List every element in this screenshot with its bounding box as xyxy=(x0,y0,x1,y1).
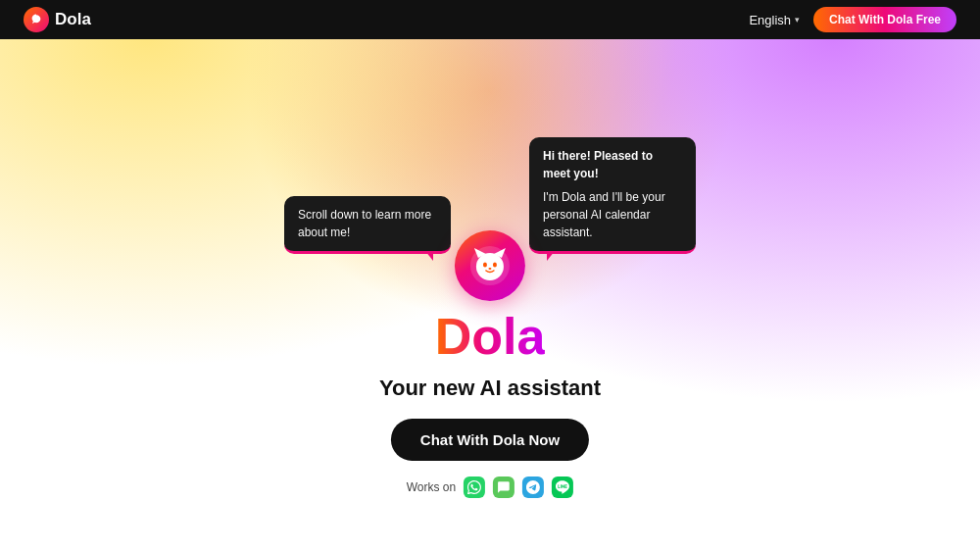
hero-cta-button[interactable]: Chat With Dola Now xyxy=(391,419,589,461)
hero-section: Scroll down to learn more about me! Hi t… xyxy=(0,39,980,552)
svg-point-3 xyxy=(476,253,504,280)
chevron-down-icon: ▾ xyxy=(795,15,800,25)
language-selector[interactable]: English ▾ xyxy=(749,13,800,27)
navbar: Dola English ▾ Chat With Dola Free xyxy=(0,0,980,39)
brand-name: Dola xyxy=(55,10,91,29)
nav-cta-button[interactable]: Chat With Dola Free xyxy=(813,7,956,32)
hero-center: Dola Your new AI assistant Chat With Dol… xyxy=(379,230,601,498)
svg-point-6 xyxy=(488,268,491,270)
telegram-icon xyxy=(522,477,544,498)
bubble-right-line1: Hi there! Pleased to meet you! xyxy=(543,147,682,182)
svg-point-5 xyxy=(493,263,497,268)
whatsapp-icon xyxy=(464,477,485,498)
language-label: English xyxy=(749,13,791,27)
works-on-row: Works on xyxy=(407,477,573,498)
nav-right: English ▾ Chat With Dola Free xyxy=(749,7,956,32)
line-icon xyxy=(552,477,573,498)
logo-icon xyxy=(24,7,49,32)
works-on-label: Works on xyxy=(407,480,456,494)
dola-logo-circle xyxy=(455,230,525,301)
imessage-icon xyxy=(493,477,514,498)
nav-logo: Dola xyxy=(24,7,91,32)
svg-point-4 xyxy=(483,263,487,268)
dola-wordmark: Dola xyxy=(435,311,546,362)
hero-tagline: Your new AI assistant xyxy=(379,376,601,401)
